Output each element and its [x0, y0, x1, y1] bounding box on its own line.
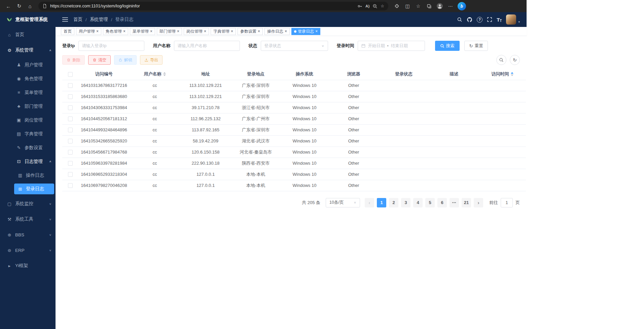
- page-size-select[interactable]: 10条/页 ∨: [326, 198, 360, 207]
- jump-page-input[interactable]: [501, 198, 513, 207]
- row-checkbox[interactable]: [68, 139, 73, 143]
- tab[interactable]: 参数设置 ×: [238, 28, 263, 35]
- extensions-icon[interactable]: [392, 1, 402, 11]
- unlock-button[interactable]: 解锁: [114, 55, 137, 65]
- page-button[interactable]: 21: [462, 198, 471, 207]
- tab[interactable]: 登录日志 ×: [291, 28, 320, 35]
- tab-close-icon[interactable]: ×: [150, 29, 152, 33]
- sidebar-item[interactable]: ▥ 操作日志: [0, 168, 56, 182]
- password-key-icon[interactable]: [357, 4, 362, 9]
- tab[interactable]: 部门管理 ×: [157, 28, 182, 35]
- sidebar-item[interactable]: ♣ 部门管理: [0, 99, 56, 113]
- github-icon[interactable]: [467, 17, 472, 23]
- row-checkbox[interactable]: [68, 128, 73, 132]
- sidebar-item[interactable]: ⊕ BBS ∨: [0, 227, 56, 242]
- back-button[interactable]: ←: [3, 1, 13, 11]
- export-button[interactable]: 导出: [140, 55, 163, 65]
- page-button[interactable]: 6: [437, 198, 447, 207]
- delete-button[interactable]: 删除: [62, 55, 85, 65]
- tab-close-icon[interactable]: ×: [231, 29, 233, 33]
- page-button[interactable]: •••: [450, 198, 459, 207]
- column-header[interactable]: 登录状态: [379, 68, 429, 80]
- page-button[interactable]: 3: [401, 198, 410, 207]
- favorites-icon[interactable]: ☆: [413, 1, 423, 11]
- search-button[interactable]: 搜索: [435, 41, 460, 51]
- ip-input[interactable]: [78, 41, 144, 51]
- tab-close-icon[interactable]: ×: [258, 29, 260, 33]
- column-header[interactable]: 用户名称: [130, 68, 180, 80]
- breadcrumb-item[interactable]: 系统管理: [90, 17, 108, 23]
- sidebar-item[interactable]: ◉ 角色管理: [0, 72, 56, 86]
- page-button[interactable]: 5: [425, 198, 435, 207]
- page-button[interactable]: 4: [413, 198, 423, 207]
- sidebar-item[interactable]: ▢ 系统监控 ∨: [0, 196, 56, 211]
- browser-profile-icon[interactable]: [435, 1, 445, 11]
- site-info-icon[interactable]: [42, 4, 47, 8]
- sidebar-item[interactable]: ⊞ 登录日志: [14, 184, 54, 194]
- tab[interactable]: 用户管理 ×: [76, 28, 101, 35]
- home-button[interactable]: ⌂: [25, 1, 35, 11]
- zoom-out-icon[interactable]: [372, 4, 378, 9]
- tab-close-icon[interactable]: ×: [96, 29, 99, 33]
- tab[interactable]: 菜单管理 ×: [130, 28, 155, 35]
- sidebar-item[interactable]: ⚙ 系统管理 ∧: [0, 42, 56, 58]
- copilot-icon[interactable]: b: [458, 2, 466, 10]
- sidebar-item[interactable]: ⌂ 首页: [0, 27, 56, 42]
- tab-close-icon[interactable]: ×: [204, 29, 206, 33]
- help-icon[interactable]: ?: [477, 17, 482, 23]
- row-checkbox[interactable]: [68, 172, 73, 177]
- column-header[interactable]: 访问编号: [78, 68, 130, 80]
- sidebar-item[interactable]: ✎ 参数设置: [0, 141, 56, 155]
- tab[interactable]: 首页 ×: [61, 28, 74, 35]
- sidebar-item[interactable]: ▣ 岗位管理: [0, 113, 56, 127]
- breadcrumb-item[interactable]: 登录日志: [115, 17, 134, 23]
- row-checkbox[interactable]: [68, 94, 73, 99]
- sidebar-item[interactable]: ♟ 用户管理: [0, 58, 56, 72]
- tab[interactable]: 角色管理 ×: [103, 28, 128, 35]
- clear-button[interactable]: 清空: [88, 55, 111, 65]
- url-bar[interactable]: https://ccnetcore.com:1101/system/log/lo…: [38, 2, 388, 10]
- sidebar-item[interactable]: ⊚ ERP ∨: [0, 242, 56, 258]
- row-checkbox[interactable]: [68, 83, 73, 88]
- column-header[interactable]: 登录地点: [231, 68, 280, 80]
- hamburger-icon[interactable]: [62, 17, 68, 22]
- sidebar-item[interactable]: ⚒ 系统工具 ∨: [0, 211, 56, 227]
- user-name-input[interactable]: [174, 41, 240, 51]
- user-avatar[interactable]: [506, 14, 516, 25]
- toggle-search-button[interactable]: [496, 55, 506, 65]
- sidebar-item[interactable]: ▸ Yi框架: [0, 258, 56, 273]
- add-favorite-icon[interactable]: ☆: [381, 4, 384, 8]
- column-header[interactable]: 访问时间: [479, 68, 526, 80]
- collections-icon[interactable]: [424, 1, 434, 11]
- column-header[interactable]: 操作系统: [280, 68, 329, 80]
- sidebar-item[interactable]: ≡ 菜单管理: [0, 86, 56, 99]
- tab-close-icon[interactable]: ×: [285, 29, 287, 33]
- font-size-icon[interactable]: TT: [497, 17, 502, 23]
- fullscreen-icon[interactable]: [487, 17, 492, 22]
- tab-close-icon[interactable]: ×: [315, 29, 318, 33]
- page-button[interactable]: 1: [377, 198, 386, 207]
- column-header[interactable]: 描述: [429, 68, 479, 80]
- page-button[interactable]: 2: [389, 198, 398, 207]
- read-aloud-icon[interactable]: A): [365, 4, 369, 8]
- browser-menu-icon[interactable]: ⋯: [445, 1, 456, 11]
- row-checkbox[interactable]: [68, 105, 73, 110]
- reset-button[interactable]: ↻ 重置: [464, 41, 488, 51]
- row-checkbox[interactable]: [68, 161, 73, 166]
- column-header[interactable]: 浏览器: [329, 68, 379, 80]
- refresh-table-button[interactable]: ↻: [510, 55, 520, 65]
- row-checkbox[interactable]: [68, 183, 73, 188]
- row-checkbox[interactable]: [68, 117, 73, 121]
- tab[interactable]: 操作日志 ×: [264, 28, 290, 35]
- tab[interactable]: 字典管理 ×: [211, 28, 236, 35]
- tab-close-icon[interactable]: ×: [177, 29, 179, 33]
- sidebar-item[interactable]: ▤ 字典管理: [0, 127, 56, 141]
- status-select[interactable]: 登录状态 ∨: [261, 41, 328, 51]
- sidebar-item[interactable]: ⊡ 日志管理 ∧: [0, 155, 56, 168]
- select-all-checkbox[interactable]: [68, 72, 73, 77]
- prev-page-button[interactable]: ‹: [365, 198, 374, 207]
- refresh-button[interactable]: ↻: [14, 1, 24, 11]
- column-header[interactable]: 地址: [180, 68, 231, 80]
- tab-close-icon[interactable]: ×: [123, 29, 126, 33]
- tab[interactable]: 岗位管理 ×: [184, 28, 209, 35]
